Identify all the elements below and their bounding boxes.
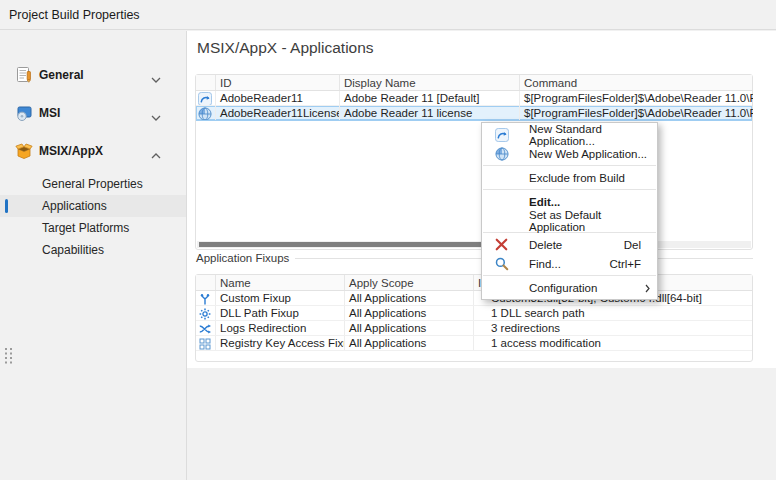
window-title: Project Build Properties [9,8,140,22]
msi-icon [15,104,33,122]
chevron-down-icon[interactable] [151,110,161,124]
horizontal-scrollbar[interactable] [197,241,751,248]
custom-fixup-icon [196,291,215,305]
fixups-table-header: Name Apply Scope Info [196,275,752,291]
menu-item-label: Configuration [529,282,597,294]
cell-info: 1 DLL search path [473,306,753,320]
cell-info: 1 access modification [473,336,753,350]
menu-separator [483,189,656,190]
sidebar-item-label: General Properties [42,177,143,191]
app-row-adobereader11license[interactable]: AdobeReader11License Adobe Reader 11 lic… [196,106,752,121]
cell-apply-scope: All Applications [344,336,473,350]
menu-item-new-standard-application[interactable]: New Standard Application... [482,125,657,144]
scrollbar-thumb[interactable] [199,242,482,247]
menu-item-label: New Standard Application... [529,123,657,147]
sidebar-item-applications[interactable]: Applications [0,195,186,217]
splitter-grip-icon[interactable] [4,347,13,367]
menu-item-label: Edit... [529,196,560,208]
sidebar-section-label: MSI [39,106,60,120]
sidebar-item-general-properties[interactable]: General Properties [0,173,186,195]
web-app-icon [196,106,215,120]
cell-info: 3 redirections [473,321,753,335]
cell-name: DLL Path Fixup [215,306,344,320]
column-header-apply-scope[interactable]: Apply Scope [344,275,473,290]
menu-shortcut: Ctrl+F [609,258,657,270]
column-header-name[interactable]: Name [215,275,344,290]
cell-command: $[ProgramFilesFolder]$\Adobe\Reader 11.0… [519,106,753,120]
find-icon [495,257,509,271]
cell-apply-scope: All Applications [344,321,473,335]
sidebar-item-capabilities[interactable]: Capabilities [0,239,186,261]
registry-grid-icon [196,336,215,350]
submenu-arrow-icon [645,283,650,295]
menu-item-find[interactable]: Find... Ctrl+F [482,254,657,273]
shuffle-icon [196,321,215,335]
cell-apply-scope: All Applications [344,291,473,305]
delete-icon [495,238,509,252]
fixup-row-custom[interactable]: Custom Fixup All Applications Custom32.d… [196,291,752,306]
column-header-display-name[interactable]: Display Name [339,75,519,90]
sidebar: General MSI MSIX/AppX General Prop [0,31,186,480]
menu-item-delete[interactable]: Delete Del [482,235,657,254]
general-icon [15,66,33,84]
column-header-id[interactable]: ID [215,75,339,90]
page-title: MSIX/AppX - Applications [197,39,374,57]
sidebar-item-label: Target Platforms [42,221,129,235]
sidebar-section-msix-appx[interactable]: MSIX/AppX [0,138,186,164]
icon-column-header [196,275,215,290]
column-header-command[interactable]: Command [519,75,753,90]
titlebar: Project Build Properties [0,0,776,30]
fixup-row-dll-path[interactable]: DLL Path Fixup All Applications 1 DLL se… [196,306,752,321]
cell-id: AdobeReader11 [215,91,339,105]
fixups-group-label: Application Fixups [196,252,289,264]
sidebar-section-label: General [39,68,84,82]
app-row-adobereader11[interactable]: AdobeReader11 Adobe Reader 11 [Default] … [196,91,752,106]
icon-column-header [196,75,215,90]
menu-item-set-as-default-application[interactable]: Set as Default Application [482,211,657,230]
menu-item-label: Exclude from Build [529,172,625,184]
sidebar-item-label: Applications [42,199,107,213]
menu-item-label: New Web Application... [529,148,647,160]
gear-icon [196,306,215,320]
sidebar-item-label: Capabilities [42,243,104,257]
applications-table: ID Display Name Command AdobeReader11 Ad… [195,74,753,250]
menu-item-label: Set as Default Application [529,209,657,233]
selected-accent-bar [5,199,8,213]
fixups-table: Name Apply Scope Info Custom Fixup All A… [195,274,753,362]
cell-display-name: Adobe Reader 11 [Default] [339,91,519,105]
menu-item-configuration[interactable]: Configuration [482,278,657,297]
cell-name: Custom Fixup [215,291,344,305]
cell-name: Registry Key Access Fixup [215,336,344,350]
standard-app-icon [196,91,215,105]
project-build-properties-window: Project Build Properties General MSI [0,0,776,480]
sidebar-section-msi[interactable]: MSI [0,100,186,126]
sidebar-item-target-platforms[interactable]: Target Platforms [0,217,186,239]
cell-apply-scope: All Applications [344,306,473,320]
menu-separator [483,165,656,166]
chevron-down-icon[interactable] [151,72,161,86]
context-menu: New Standard Application... New Web Appl… [481,122,658,300]
cell-name: Logs Redirection [215,321,344,335]
cell-id: AdobeReader11License [215,106,339,120]
cell-command: $[ProgramFilesFolder]$\Adobe\Reader 11.0… [519,91,753,105]
applications-table-header: ID Display Name Command [196,75,752,91]
menu-shortcut: Del [624,239,657,251]
fixup-row-registry-key-access[interactable]: Registry Key Access Fixup All Applicatio… [196,336,752,351]
web-app-icon [495,147,509,161]
msix-icon [15,142,33,160]
menu-item-new-web-application[interactable]: New Web Application... [482,144,657,163]
standard-app-icon [495,128,509,142]
menu-item-label: Delete [529,239,562,251]
chevron-up-icon[interactable] [151,148,161,162]
menu-item-label: Find... [529,258,561,270]
menu-separator [483,275,656,276]
cell-display-name: Adobe Reader 11 license [339,106,519,120]
sidebar-section-general[interactable]: General [0,62,186,88]
menu-item-exclude-from-build[interactable]: Exclude from Build [482,168,657,187]
sidebar-section-label: MSIX/AppX [39,144,103,158]
fixup-row-logs-redirection[interactable]: Logs Redirection All Applications 3 redi… [196,321,752,336]
